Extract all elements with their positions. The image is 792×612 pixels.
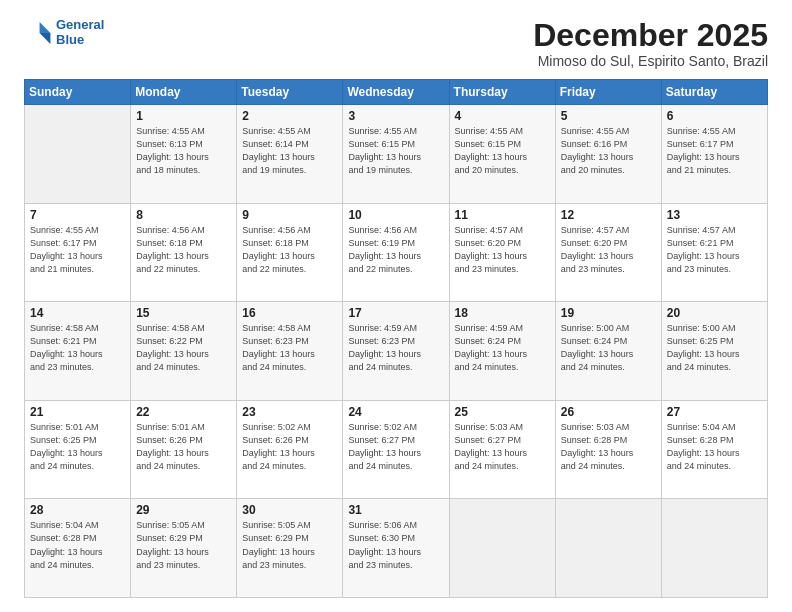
day-number: 11: [455, 208, 550, 222]
calendar-cell: 11Sunrise: 4:57 AM Sunset: 6:20 PM Dayli…: [449, 203, 555, 302]
calendar-cell: 2Sunrise: 4:55 AM Sunset: 6:14 PM Daylig…: [237, 105, 343, 204]
calendar-cell: 24Sunrise: 5:02 AM Sunset: 6:27 PM Dayli…: [343, 400, 449, 499]
day-number: 21: [30, 405, 125, 419]
day-number: 8: [136, 208, 231, 222]
day-number: 26: [561, 405, 656, 419]
calendar-week-row: 21Sunrise: 5:01 AM Sunset: 6:25 PM Dayli…: [25, 400, 768, 499]
day-number: 22: [136, 405, 231, 419]
day-number: 19: [561, 306, 656, 320]
calendar-cell: 28Sunrise: 5:04 AM Sunset: 6:28 PM Dayli…: [25, 499, 131, 598]
day-number: 15: [136, 306, 231, 320]
calendar-cell: 29Sunrise: 5:05 AM Sunset: 6:29 PM Dayli…: [131, 499, 237, 598]
calendar-cell: 4Sunrise: 4:55 AM Sunset: 6:15 PM Daylig…: [449, 105, 555, 204]
day-info: Sunrise: 4:56 AM Sunset: 6:19 PM Dayligh…: [348, 224, 443, 276]
day-info: Sunrise: 5:00 AM Sunset: 6:25 PM Dayligh…: [667, 322, 762, 374]
day-info: Sunrise: 4:55 AM Sunset: 6:13 PM Dayligh…: [136, 125, 231, 177]
calendar-cell: 15Sunrise: 4:58 AM Sunset: 6:22 PM Dayli…: [131, 302, 237, 401]
day-number: 6: [667, 109, 762, 123]
day-info: Sunrise: 5:03 AM Sunset: 6:27 PM Dayligh…: [455, 421, 550, 473]
day-info: Sunrise: 4:57 AM Sunset: 6:20 PM Dayligh…: [455, 224, 550, 276]
calendar-cell: 18Sunrise: 4:59 AM Sunset: 6:24 PM Dayli…: [449, 302, 555, 401]
calendar-cell: [555, 499, 661, 598]
calendar-cell: 20Sunrise: 5:00 AM Sunset: 6:25 PM Dayli…: [661, 302, 767, 401]
calendar-cell: 3Sunrise: 4:55 AM Sunset: 6:15 PM Daylig…: [343, 105, 449, 204]
calendar-table: SundayMondayTuesdayWednesdayThursdayFrid…: [24, 79, 768, 598]
day-info: Sunrise: 5:05 AM Sunset: 6:29 PM Dayligh…: [242, 519, 337, 571]
logo-line1: General: [56, 18, 104, 33]
day-number: 20: [667, 306, 762, 320]
svg-rect-2: [26, 22, 40, 44]
day-number: 24: [348, 405, 443, 419]
calendar-cell: 17Sunrise: 4:59 AM Sunset: 6:23 PM Dayli…: [343, 302, 449, 401]
day-number: 12: [561, 208, 656, 222]
calendar-week-row: 14Sunrise: 4:58 AM Sunset: 6:21 PM Dayli…: [25, 302, 768, 401]
calendar-cell: 23Sunrise: 5:02 AM Sunset: 6:26 PM Dayli…: [237, 400, 343, 499]
day-number: 14: [30, 306, 125, 320]
calendar-cell: 9Sunrise: 4:56 AM Sunset: 6:18 PM Daylig…: [237, 203, 343, 302]
day-info: Sunrise: 5:04 AM Sunset: 6:28 PM Dayligh…: [667, 421, 762, 473]
day-number: 27: [667, 405, 762, 419]
calendar-header-row: SundayMondayTuesdayWednesdayThursdayFrid…: [25, 80, 768, 105]
calendar-cell: 12Sunrise: 4:57 AM Sunset: 6:20 PM Dayli…: [555, 203, 661, 302]
day-info: Sunrise: 5:06 AM Sunset: 6:30 PM Dayligh…: [348, 519, 443, 571]
day-info: Sunrise: 5:01 AM Sunset: 6:26 PM Dayligh…: [136, 421, 231, 473]
calendar-cell: 30Sunrise: 5:05 AM Sunset: 6:29 PM Dayli…: [237, 499, 343, 598]
calendar-cell: 22Sunrise: 5:01 AM Sunset: 6:26 PM Dayli…: [131, 400, 237, 499]
calendar-header-saturday: Saturday: [661, 80, 767, 105]
logo-icon: [24, 19, 52, 47]
calendar-cell: [25, 105, 131, 204]
title-block: December 2025 Mimoso do Sul, Espirito Sa…: [533, 18, 768, 69]
logo-line2: Blue: [56, 33, 104, 48]
logo-text: General Blue: [56, 18, 104, 48]
calendar-week-row: 7Sunrise: 4:55 AM Sunset: 6:17 PM Daylig…: [25, 203, 768, 302]
calendar-cell: 8Sunrise: 4:56 AM Sunset: 6:18 PM Daylig…: [131, 203, 237, 302]
day-number: 28: [30, 503, 125, 517]
day-number: 23: [242, 405, 337, 419]
calendar-cell: 26Sunrise: 5:03 AM Sunset: 6:28 PM Dayli…: [555, 400, 661, 499]
day-info: Sunrise: 4:59 AM Sunset: 6:24 PM Dayligh…: [455, 322, 550, 374]
calendar-cell: 14Sunrise: 4:58 AM Sunset: 6:21 PM Dayli…: [25, 302, 131, 401]
month-title: December 2025: [533, 18, 768, 53]
calendar-header-monday: Monday: [131, 80, 237, 105]
day-number: 2: [242, 109, 337, 123]
day-number: 16: [242, 306, 337, 320]
day-info: Sunrise: 5:04 AM Sunset: 6:28 PM Dayligh…: [30, 519, 125, 571]
day-info: Sunrise: 4:55 AM Sunset: 6:16 PM Dayligh…: [561, 125, 656, 177]
day-number: 10: [348, 208, 443, 222]
calendar-cell: 31Sunrise: 5:06 AM Sunset: 6:30 PM Dayli…: [343, 499, 449, 598]
day-info: Sunrise: 5:03 AM Sunset: 6:28 PM Dayligh…: [561, 421, 656, 473]
day-info: Sunrise: 4:58 AM Sunset: 6:21 PM Dayligh…: [30, 322, 125, 374]
calendar-cell: 7Sunrise: 4:55 AM Sunset: 6:17 PM Daylig…: [25, 203, 131, 302]
day-number: 4: [455, 109, 550, 123]
calendar-cell: 6Sunrise: 4:55 AM Sunset: 6:17 PM Daylig…: [661, 105, 767, 204]
calendar-cell: 21Sunrise: 5:01 AM Sunset: 6:25 PM Dayli…: [25, 400, 131, 499]
day-info: Sunrise: 5:05 AM Sunset: 6:29 PM Dayligh…: [136, 519, 231, 571]
day-number: 18: [455, 306, 550, 320]
calendar-cell: 27Sunrise: 5:04 AM Sunset: 6:28 PM Dayli…: [661, 400, 767, 499]
day-number: 1: [136, 109, 231, 123]
day-info: Sunrise: 4:55 AM Sunset: 6:17 PM Dayligh…: [30, 224, 125, 276]
page: General Blue December 2025 Mimoso do Sul…: [0, 0, 792, 612]
day-info: Sunrise: 4:58 AM Sunset: 6:22 PM Dayligh…: [136, 322, 231, 374]
day-number: 29: [136, 503, 231, 517]
day-info: Sunrise: 5:02 AM Sunset: 6:27 PM Dayligh…: [348, 421, 443, 473]
day-number: 5: [561, 109, 656, 123]
day-number: 17: [348, 306, 443, 320]
day-number: 3: [348, 109, 443, 123]
day-number: 7: [30, 208, 125, 222]
day-number: 31: [348, 503, 443, 517]
day-info: Sunrise: 4:57 AM Sunset: 6:21 PM Dayligh…: [667, 224, 762, 276]
day-info: Sunrise: 5:02 AM Sunset: 6:26 PM Dayligh…: [242, 421, 337, 473]
day-info: Sunrise: 4:56 AM Sunset: 6:18 PM Dayligh…: [136, 224, 231, 276]
day-number: 9: [242, 208, 337, 222]
calendar-cell: 10Sunrise: 4:56 AM Sunset: 6:19 PM Dayli…: [343, 203, 449, 302]
logo: General Blue: [24, 18, 104, 48]
calendar-cell: 1Sunrise: 4:55 AM Sunset: 6:13 PM Daylig…: [131, 105, 237, 204]
svg-marker-1: [40, 33, 51, 44]
calendar-cell: 5Sunrise: 4:55 AM Sunset: 6:16 PM Daylig…: [555, 105, 661, 204]
calendar-cell: [449, 499, 555, 598]
day-number: 13: [667, 208, 762, 222]
day-info: Sunrise: 4:55 AM Sunset: 6:17 PM Dayligh…: [667, 125, 762, 177]
day-info: Sunrise: 4:58 AM Sunset: 6:23 PM Dayligh…: [242, 322, 337, 374]
day-info: Sunrise: 5:01 AM Sunset: 6:25 PM Dayligh…: [30, 421, 125, 473]
